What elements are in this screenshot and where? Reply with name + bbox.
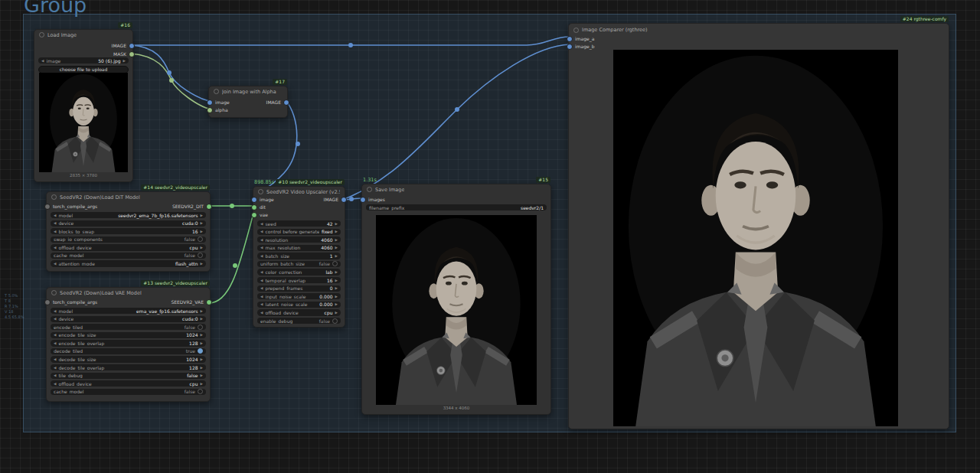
input-slot-alpha[interactable]: alpha — [207, 106, 228, 113]
widget-encode-tile-overlap[interactable]: ◀encode_tile_overlap128▶ — [51, 340, 206, 346]
widget-prepend-frames[interactable]: ◀prepend_frames0▶ — [257, 285, 341, 292]
node-header[interactable]: Load Image — [34, 30, 132, 40]
widget-latent-noise-scale[interactable]: ◀latent_noise_scale0.000▶ — [257, 302, 341, 308]
node-title: Save Image — [375, 187, 404, 193]
output-slot-seedvr2-vae[interactable]: SEEDVR2_VAE — [171, 298, 212, 305]
node-seedvr2-video-upscaler[interactable]: #10 seedvr2_videoupscaler 898.85s SeedVR… — [253, 186, 345, 328]
widget-model[interactable]: ◀modelseedvr2_ema_7b_fp16.safetensors▶ — [51, 212, 206, 218]
node-title: Join Image with Alpha — [222, 89, 276, 95]
execution-time: 1.31s — [363, 177, 377, 183]
node-id-badge: #13 seedvr2_videoupscaler — [141, 280, 210, 286]
widget-decode-tile-overlap[interactable]: ◀decode_tile_overlap128▶ — [51, 364, 206, 370]
input-slot-image[interactable]: image — [207, 99, 230, 106]
input-slot-torch-compile-args[interactable]: torch_compile_args — [44, 203, 97, 210]
node-seedvr2-load-vae-model[interactable]: #13 seedvr2_videoupscaler SeedVR2 (Down)… — [46, 287, 211, 402]
widget-encode-tiled[interactable]: encode_tiledfalse — [51, 324, 206, 330]
collapse-icon[interactable] — [214, 89, 219, 94]
node-seedvr2-load-dit-model[interactable]: #14 seedvr2_videoupscaler SeedVR2 (Down)… — [46, 191, 211, 272]
widget-offload-device[interactable]: ◀offload_devicecpu▶ — [51, 244, 206, 250]
node-id-badge: #14 seedvr2_videoupscaler — [141, 184, 210, 191]
image-dimensions-caption: 2835 × 3780 — [34, 173, 132, 178]
widget-encode-tile-size[interactable]: ◀encode_tile_size1024▶ — [51, 332, 206, 338]
collapse-icon[interactable] — [573, 28, 579, 33]
widget-decode-tile-size[interactable]: ◀decode_tile_size1024▶ — [51, 356, 206, 362]
widget-resolution[interactable]: ◀resolution4060▶ — [257, 236, 341, 243]
widget-input-noise-scale[interactable]: ◀input_noise_scale0.000▶ — [257, 293, 341, 299]
collapse-icon[interactable] — [367, 187, 372, 192]
output-slot-mask[interactable]: MASK — [113, 51, 135, 57]
node-load-image[interactable]: #16 Load Image IMAGE MASK ◀image50 (6).j… — [34, 29, 133, 182]
output-slot-seedvr2-dit[interactable]: SEEDVR2_DIT — [172, 203, 212, 210]
node-save-image[interactable]: #15 1.31s Save Image images filename_pre… — [361, 184, 551, 415]
input-slot-torch-compile-args[interactable]: torch_compile_args — [44, 298, 97, 305]
node-header[interactable]: SeedVR2 (Down)Load DiT Model — [47, 192, 210, 202]
widget-attention-mode[interactable]: ◀attention_modeflash_attn▶ — [51, 260, 206, 266]
widget-enable-debug[interactable]: enable_debugfalse — [257, 318, 341, 324]
input-slot-image-b[interactable]: image_b — [567, 43, 595, 50]
node-id-badge: #16 — [118, 22, 132, 28]
output-slot-image[interactable]: IMAGE — [266, 99, 289, 106]
widget-offload-device[interactable]: ◀offload_devicecpu▶ — [51, 380, 206, 387]
widget-control-before-generate[interactable]: ◀control before generatefixed▶ — [257, 229, 341, 235]
widget-image[interactable]: ◀image50 (6).jpg▶ — [38, 57, 129, 64]
group-title[interactable]: Group — [24, 0, 87, 17]
widget-swap-io-components[interactable]: swap_io_componentsfalse — [51, 236, 206, 243]
node-title: SeedVR2 Video Upscaler (v2.5... — [266, 189, 340, 195]
resource-monitor-overlay: T 5.0% T 8 R 7.1% V 18 4.5 65.8% — [5, 293, 24, 320]
node-header[interactable]: Image Comparer (rgthree) — [569, 24, 949, 36]
widget-blocks-to-swap[interactable]: ◀blocks_to_swap16▶ — [51, 228, 206, 234]
image-dimensions-caption: 3344 x 4060 — [362, 406, 550, 410]
collapse-icon[interactable] — [51, 194, 57, 200]
collapse-icon[interactable] — [39, 32, 44, 38]
widget-model[interactable]: ◀modelema_vae_fp16.safetensors▶ — [51, 308, 206, 314]
node-title: SeedVR2 (Down)Load VAE Model — [60, 290, 142, 296]
widget-uniform-batch-size[interactable]: uniform_batch_sizefalse — [257, 261, 341, 267]
widget-temporal-overlap[interactable]: ◀temporal_overlap16▶ — [257, 277, 341, 283]
node-title: Load Image — [47, 32, 77, 38]
widget-device[interactable]: ◀devicecuda:0▶ — [51, 220, 206, 227]
widget-seed[interactable]: ◀seed42▶ — [257, 220, 341, 227]
input-slot-dit[interactable]: dit — [251, 204, 266, 210]
input-slot-image-a[interactable]: image_a — [567, 35, 594, 42]
collapse-icon[interactable] — [258, 189, 263, 194]
collapse-icon[interactable] — [51, 290, 57, 295]
node-image-comparer[interactable]: #24 rgthree-comfy Image Comparer (rgthre… — [568, 23, 949, 429]
widget-color-correction[interactable]: ◀color_correctionlab▶ — [257, 269, 341, 275]
image-preview[interactable] — [39, 73, 128, 172]
image-preview[interactable] — [376, 215, 537, 405]
widget-cache-model[interactable]: cache_modelfalse — [51, 253, 206, 259]
node-id-badge: #10 seedvr2_videoupscaler — [276, 179, 345, 185]
widget-tile-debug[interactable]: ◀tile_debugfalse▶ — [51, 373, 206, 379]
node-header[interactable]: SeedVR2 (Down)Load VAE Model — [47, 288, 210, 298]
widget-cache-model[interactable]: cache_modelfalse — [51, 389, 206, 395]
input-slot-vae[interactable]: vae — [251, 211, 268, 218]
node-title: Image Comparer (rgthree) — [582, 27, 648, 33]
node-header[interactable]: Save Image — [362, 184, 550, 194]
widget-max-resolution[interactable]: ◀max_resolution4060▶ — [257, 245, 341, 251]
output-slot-image[interactable]: IMAGE — [324, 196, 347, 203]
node-id-badge: #24 rgthree-comfy — [900, 16, 949, 22]
input-slot-image[interactable]: image — [251, 196, 274, 203]
widget-device[interactable]: ◀devicecuda:0▶ — [51, 316, 206, 322]
node-header[interactable]: Join Image with Alpha — [209, 86, 287, 96]
output-slot-image[interactable]: IMAGE — [112, 42, 135, 49]
comparer-image[interactable] — [613, 50, 898, 426]
widget-filename-prefix[interactable]: filename_prefixseedvr2/1 — [366, 204, 547, 210]
node-join-image-with-alpha[interactable]: #17 Join Image with Alpha image alpha IM… — [208, 86, 288, 118]
node-id-badge: #15 — [536, 177, 550, 183]
execution-time: 898.85s — [254, 179, 274, 185]
input-slot-images[interactable]: images — [360, 196, 385, 203]
node-title: SeedVR2 (Down)Load DiT Model — [60, 194, 140, 201]
node-id-badge: #17 — [273, 79, 287, 85]
widget-decode-tiled[interactable]: decode_tiledtrue — [51, 348, 206, 354]
widget-offload-device[interactable]: ◀offload_devicecpu▶ — [257, 309, 341, 315]
widget-batch-size[interactable]: ◀batch_size1▶ — [257, 253, 341, 259]
